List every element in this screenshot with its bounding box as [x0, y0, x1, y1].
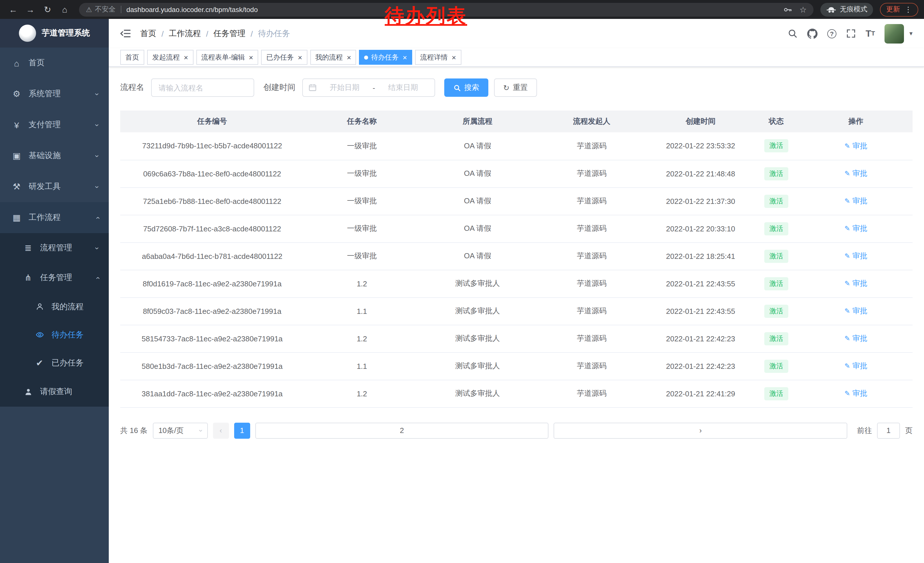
prev-page-button[interactable]: ‹	[213, 422, 229, 438]
cell-action: ✎ 审批	[799, 160, 912, 187]
table-row: 75d72608-7b7f-11ec-a3c8-acde48001122 一级审…	[120, 215, 912, 242]
sidebar-item-system-management[interactable]: ⚙ 系统管理 ›	[0, 78, 109, 110]
range-separator: -	[373, 83, 375, 92]
cell-initiator: 芋道源码	[535, 187, 648, 215]
breadcrumb-item-workflow[interactable]: 工作流程	[169, 29, 201, 39]
sidebar-item-dev-tools[interactable]: ⚒ 研发工具 ›	[0, 171, 109, 202]
date-range-picker[interactable]: 开始日期 - 结束日期	[302, 78, 435, 97]
page-button-2[interactable]: 2	[255, 422, 549, 438]
eye-icon	[34, 330, 45, 339]
reload-icon[interactable]: ↻	[40, 3, 55, 17]
cell-initiator: 芋道源码	[535, 160, 648, 187]
sidebar-item-process-management[interactable]: ≣ 流程管理 ›	[0, 233, 109, 263]
close-icon[interactable]: ×	[249, 54, 253, 61]
tab-initiate-process[interactable]: 发起流程 ×	[147, 50, 193, 65]
avatar-caret-icon[interactable]: ▾	[909, 30, 912, 37]
approve-link[interactable]: ✎ 审批	[844, 361, 867, 371]
tab-my-processes[interactable]: 我的流程 ×	[310, 50, 356, 65]
approve-link[interactable]: ✎ 审批	[844, 224, 867, 234]
cell-status: 激活	[753, 215, 800, 242]
address-bar[interactable]: ⚠ 不安全 dashboard.yudao.iocoder.cn/bpm/tas…	[79, 3, 813, 17]
breadcrumb-item-task-management[interactable]: 任务管理	[213, 29, 246, 39]
collapse-sidebar-button[interactable]	[120, 28, 131, 39]
tab-home[interactable]: 首页	[120, 50, 144, 65]
cell-created: 2022-01-22 20:33:10	[648, 215, 753, 242]
home-icon: ⌂	[12, 58, 22, 68]
tab-form-edit[interactable]: 流程表单-编辑 ×	[196, 50, 258, 65]
sidebar-item-home[interactable]: ⌂ 首页	[0, 48, 109, 78]
sidebar-item-task-management[interactable]: ⋔ 任务管理 ›	[0, 263, 109, 293]
cell-created: 2022-01-21 22:43:55	[648, 270, 753, 297]
approve-link[interactable]: ✎ 审批	[844, 196, 867, 206]
sidebar-item-done-tasks[interactable]: ✔ 已办任务	[0, 349, 109, 377]
status-badge: 激活	[764, 305, 788, 318]
goto-label: 前往	[857, 425, 872, 435]
sidebar-item-infrastructure[interactable]: ▣ 基础设施 ›	[0, 140, 109, 171]
close-icon[interactable]: ×	[403, 54, 407, 61]
update-button[interactable]: 更新 ⋮	[880, 3, 918, 17]
sidebar-item-workflow[interactable]: ▦ 工作流程 ›	[0, 202, 109, 233]
update-label: 更新	[886, 5, 900, 14]
sidebar-item-my-processes[interactable]: 我的流程	[0, 293, 109, 321]
user-avatar[interactable]	[885, 24, 904, 43]
approve-link[interactable]: ✎ 审批	[844, 168, 867, 179]
tab-process-detail[interactable]: 流程详情 ×	[415, 50, 461, 65]
cell-task-id: 8f0d1619-7ac8-11ec-a9e2-a2380e71991a	[120, 270, 304, 297]
process-name-input[interactable]	[151, 78, 254, 97]
approve-link[interactable]: ✎ 审批	[844, 251, 867, 261]
cell-action: ✎ 审批	[799, 242, 912, 270]
list-icon: ≣	[23, 243, 33, 253]
start-date-placeholder: 开始日期	[319, 83, 370, 93]
close-icon[interactable]: ×	[452, 54, 456, 61]
help-icon[interactable]: ?	[827, 29, 836, 38]
github-icon[interactable]	[807, 29, 818, 39]
sidebar-item-todo-tasks[interactable]: 待办任务	[0, 321, 109, 349]
search-icon[interactable]	[788, 29, 798, 38]
close-icon[interactable]: ×	[347, 54, 351, 61]
tab-done-tasks[interactable]: 已办任务 ×	[261, 50, 307, 65]
status-badge: 激活	[764, 167, 788, 180]
status-badge: 激活	[764, 222, 788, 235]
back-icon[interactable]: ←	[6, 3, 21, 17]
create-time-label: 创建时间	[263, 83, 296, 93]
close-icon[interactable]: ×	[184, 54, 188, 61]
cell-task-name: 1.2	[304, 270, 420, 297]
page-size-select[interactable]: 10条/页 ›	[153, 422, 207, 438]
edit-icon: ✎	[844, 143, 850, 150]
col-task-id: 任务编号	[120, 111, 304, 132]
edit-icon: ✎	[844, 170, 850, 177]
cell-status: 激活	[753, 352, 800, 380]
page-button-1[interactable]: 1	[234, 422, 250, 438]
font-size-icon[interactable]: TT	[866, 29, 875, 38]
cell-initiator: 芋道源码	[535, 132, 648, 160]
forward-icon[interactable]: →	[23, 3, 38, 17]
sidebar-item-payment-management[interactable]: ¥ 支付管理 ›	[0, 110, 109, 140]
bookmark-star-icon[interactable]: ☆	[800, 5, 807, 14]
sidebar-item-leave-query[interactable]: 请假查询	[0, 377, 109, 407]
cell-task-name: 一级审批	[304, 242, 420, 270]
fullscreen-icon[interactable]	[846, 29, 856, 38]
tags-view-bar: 首页 发起流程 × 流程表单-编辑 × 已办任务 × 我的流程 ×	[109, 48, 924, 67]
table-row: a6aba0a4-7b6d-11ec-b781-acde48001122 一级审…	[120, 242, 912, 270]
approve-link[interactable]: ✎ 审批	[844, 333, 867, 344]
approve-link[interactable]: ✎ 审批	[844, 306, 867, 316]
cell-created: 2022-01-21 22:42:23	[648, 352, 753, 380]
browser-menu-icon[interactable]: ⋮	[904, 5, 912, 14]
table-row: 8f059c03-7ac8-11ec-a9e2-a2380e71991a 1.1…	[120, 297, 912, 325]
tab-todo-tasks[interactable]: 待办任务 ×	[359, 50, 412, 65]
next-page-button[interactable]: ›	[554, 422, 847, 438]
breadcrumb-item-home[interactable]: 首页	[140, 29, 156, 39]
status-badge: 激活	[764, 277, 788, 290]
approve-link[interactable]: ✎ 审批	[844, 141, 867, 151]
tools-icon: ⚒	[12, 182, 22, 192]
chevron-up-icon: ›	[93, 277, 102, 279]
key-icon[interactable]	[783, 5, 793, 14]
search-button[interactable]: 搜索	[444, 78, 488, 97]
approve-link[interactable]: ✎ 审批	[844, 278, 867, 289]
approve-link[interactable]: ✎ 审批	[844, 388, 867, 399]
reset-button[interactable]: ↻ 重置	[494, 78, 537, 97]
cell-task-id: 381aa1dd-7ac8-11ec-a9e2-a2380e71991a	[120, 380, 304, 407]
goto-page-input[interactable]	[877, 422, 900, 438]
home-button-icon[interactable]: ⌂	[57, 3, 72, 17]
close-icon[interactable]: ×	[298, 54, 302, 61]
